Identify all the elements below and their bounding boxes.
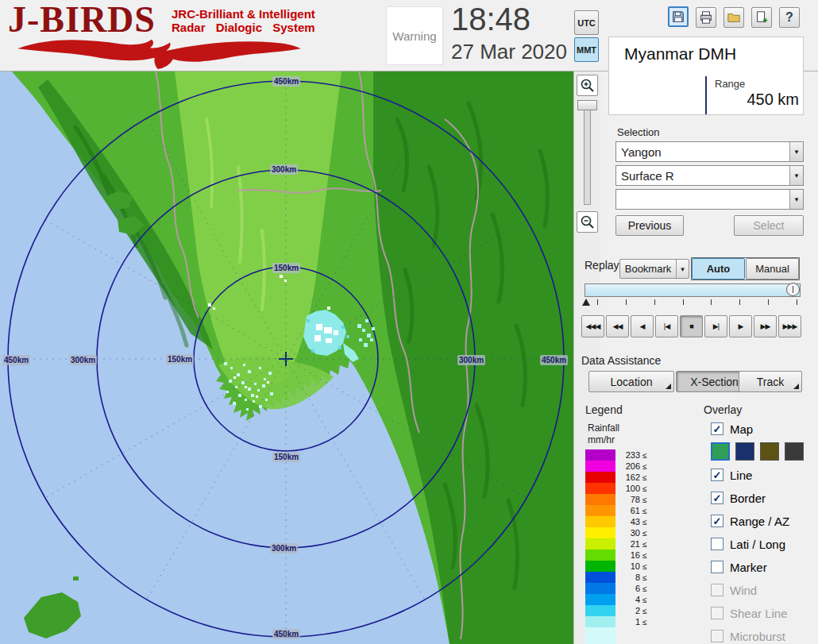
legend-lte: ≤ (642, 607, 647, 615)
zoom-slider-thumb[interactable] (577, 100, 597, 110)
clock-time: 18:48 (451, 2, 531, 37)
legend-row: 30≤ (585, 527, 647, 538)
zoom-slider-track[interactable] (584, 102, 591, 205)
skip-end-button[interactable]: ▶▶▶ (778, 315, 801, 337)
overlay-row-marker[interactable]: Marker (711, 559, 767, 575)
legend-color-swatch (585, 583, 615, 594)
checkbox (711, 561, 723, 573)
overlay-row-shear-line: Shear Line (711, 605, 788, 621)
stop-button[interactable]: ■ (680, 315, 703, 337)
legend-value: 6 (619, 584, 640, 593)
legend-color-swatch (585, 449, 615, 461)
legend-value: 100 (619, 484, 640, 493)
legend-lte: ≤ (642, 551, 647, 560)
utc-button[interactable]: UTC (574, 10, 599, 35)
overlay-row-border[interactable]: ✓ Border (711, 490, 766, 506)
previous-button[interactable]: Previous (615, 215, 684, 236)
legend-color-swatch (585, 494, 615, 505)
overlay-row-range-az[interactable]: ✓ Range / AZ (711, 513, 789, 529)
radar-map[interactable]: 450km 300km 150km 150km 300km 450km 450k… (0, 71, 573, 644)
play-button[interactable]: ▶ (729, 315, 752, 337)
selection-label: Selection (617, 126, 659, 138)
legend-value: 43 (619, 517, 640, 526)
legend-value: 16 (619, 550, 640, 560)
product-combo[interactable]: Surface R ▾ (615, 165, 804, 186)
checkbox: ✓ (711, 515, 723, 527)
help-button[interactable]: ? (779, 7, 800, 28)
warning-button[interactable]: Warning (386, 6, 443, 65)
legend-color-swatch (585, 550, 615, 561)
legend-color-swatch (585, 472, 615, 483)
legend-value: 4 (619, 595, 640, 604)
slider-thumb-line (793, 286, 793, 293)
legend-color-swatch (585, 505, 615, 516)
legend-lte: ≤ (642, 484, 647, 493)
zoom-in-button[interactable] (577, 75, 598, 96)
legend-row: 21≤ (585, 538, 647, 550)
overlay-title: Overlay (704, 403, 742, 416)
legend-row: 10≤ (585, 561, 647, 572)
legend-color-swatch (585, 605, 615, 616)
legend-value: 30 (619, 528, 640, 538)
chevron-down-icon[interactable]: ▾ (789, 142, 803, 161)
legend-lte: ≤ (642, 596, 647, 604)
map-color-swatch-gray[interactable] (785, 442, 804, 461)
product-combo-value: Surface R (621, 169, 674, 183)
map-color-swatch-navy[interactable] (735, 442, 754, 461)
map-color-swatch-green[interactable] (711, 442, 730, 461)
range-ring-label: 300km (270, 543, 298, 553)
legend-row: 2≤ (585, 605, 647, 616)
open-button[interactable] (723, 7, 744, 28)
replay-slider[interactable] (585, 283, 801, 297)
play-reverse-button[interactable]: ◀ (631, 315, 654, 337)
slider-start-marker (582, 299, 590, 306)
bookmark-button[interactable]: Bookmark ▾ (619, 259, 689, 279)
mmt-button[interactable]: MMT (574, 37, 599, 62)
floppy-icon (671, 10, 685, 24)
legend-lte: ≤ (642, 507, 647, 515)
chevron-down-icon[interactable]: ▾ (676, 260, 689, 278)
overlay-row-map[interactable]: ✓ Map (711, 421, 753, 437)
print-button[interactable] (696, 7, 716, 28)
overlay-row-lati-long[interactable]: Lati / Long (711, 536, 785, 552)
extra-combo[interactable]: ▾ (615, 189, 804, 210)
location-button[interactable]: Location (588, 371, 674, 392)
checkbox (711, 607, 723, 619)
legend-row: 8≤ (585, 572, 647, 583)
select-button[interactable]: Select (734, 215, 804, 236)
overlay-row-line[interactable]: ✓ Line (711, 467, 752, 483)
legend-lte: ≤ (642, 518, 647, 526)
save-button[interactable] (668, 6, 689, 27)
range-ring-label: 300km (457, 355, 485, 365)
step-forward-button[interactable]: ▶| (704, 315, 727, 337)
overlay-label: Marker (730, 561, 767, 574)
legend-value: 21 (619, 539, 640, 549)
legend-value: 8 (619, 573, 640, 582)
chevron-down-icon[interactable]: ▾ (789, 166, 803, 185)
site-combo[interactable]: Yangon ▾ (615, 141, 804, 162)
dropdown-corner-icon (793, 384, 799, 389)
slider-ticks (597, 299, 797, 305)
track-button[interactable]: Track (739, 371, 802, 392)
magnifier-plus-icon (580, 78, 596, 94)
zoom-out-button[interactable] (577, 211, 598, 233)
range-ring-label: 450km (2, 355, 30, 365)
auto-button[interactable]: Auto (692, 258, 745, 280)
slider-thumb[interactable] (786, 283, 800, 296)
fast-rewind-button[interactable]: ◀◀ (606, 315, 629, 337)
legend-unit-2: mm/hr (588, 434, 615, 445)
overlay-label: Border (730, 492, 766, 505)
range-label: Range (715, 78, 745, 90)
legend-color-swatch (585, 461, 615, 472)
manual-button[interactable]: Manual (746, 258, 799, 280)
export-button[interactable] (751, 7, 772, 28)
chevron-down-icon[interactable]: ▾ (789, 190, 803, 209)
range-ring-label: 150km (272, 263, 300, 273)
skip-start-button[interactable]: ◀◀◀ (581, 315, 604, 337)
printer-icon (699, 10, 713, 25)
location-label: Location (611, 376, 653, 388)
magnifier-minus-icon (580, 214, 596, 230)
step-back-button[interactable]: |◀ (655, 315, 678, 337)
map-color-swatch-olive[interactable] (760, 442, 779, 461)
fast-forward-button[interactable]: ▶▶ (754, 315, 777, 337)
